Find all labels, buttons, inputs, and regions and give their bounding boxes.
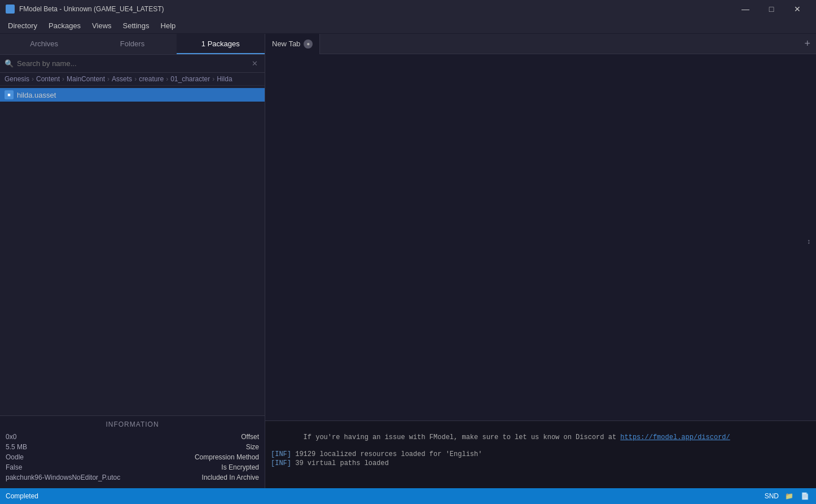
file-icon-status[interactable]: 📄 bbox=[799, 490, 810, 502]
info-title: INFORMATION bbox=[6, 420, 259, 428]
breadcrumb-item-maincontent[interactable]: MainContent bbox=[67, 75, 105, 83]
clear-search-button[interactable]: ✕ bbox=[249, 58, 260, 69]
status-text: Completed bbox=[6, 492, 765, 500]
title-bar-text: FModel Beta - Unknown (GAME_UE4_LATEST) bbox=[19, 5, 732, 13]
file-item-hilda[interactable]: ■ hilda.uasset bbox=[0, 88, 265, 102]
status-right: SND 📁 📄 bbox=[765, 490, 810, 502]
maximize-button[interactable]: □ bbox=[758, 0, 784, 18]
log-intro-line: If you're having an issue with FModel, m… bbox=[271, 426, 810, 449]
close-button[interactable]: ✕ bbox=[784, 0, 810, 18]
menu-views[interactable]: Views bbox=[86, 19, 117, 32]
info-panel: INFORMATION 0x0Offset5.5 MBSizeOodleComp… bbox=[0, 415, 265, 488]
breadcrumb-item-01_character[interactable]: 01_character bbox=[170, 75, 210, 83]
breadcrumb-item-assets[interactable]: Assets bbox=[112, 75, 132, 83]
menu-help[interactable]: Help bbox=[155, 19, 182, 32]
breadcrumb-item-genesis[interactable]: Genesis bbox=[5, 75, 29, 83]
snd-label: SND bbox=[765, 492, 779, 500]
breadcrumb-sep: › bbox=[32, 75, 34, 83]
editor-tabs: New Tab ● + bbox=[265, 34, 816, 54]
breadcrumb-item-content[interactable]: Content bbox=[36, 75, 60, 83]
breadcrumb-item-hilda[interactable]: Hilda bbox=[217, 75, 232, 83]
search-input[interactable] bbox=[17, 59, 249, 68]
info-key: Offset bbox=[241, 433, 259, 441]
tab-packages[interactable]: 1 Packages bbox=[177, 34, 265, 54]
log-line: [INF] 19129 localized resources loaded f… bbox=[271, 450, 810, 458]
left-panel: Archives Folders 1 Packages 🔍 ✕ Genesis›… bbox=[0, 34, 265, 488]
info-key: Is Encrypted bbox=[221, 463, 259, 471]
info-row: pakchunk96-WindowsNoEditor_P.utocInclude… bbox=[6, 474, 259, 481]
title-bar: FModel Beta - Unknown (GAME_UE4_LATEST) … bbox=[0, 0, 816, 18]
file-name: hilda.uasset bbox=[17, 91, 56, 99]
log-line: [INF] 39 virtual paths loaded bbox=[271, 459, 810, 467]
info-label: 5.5 MB bbox=[6, 443, 27, 451]
add-tab-button[interactable]: + bbox=[799, 34, 816, 54]
editor-content: ↕ bbox=[265, 54, 816, 420]
log-panel: If you're having an issue with FModel, m… bbox=[265, 420, 816, 488]
editor-tab-newtab[interactable]: New Tab ● bbox=[265, 34, 320, 54]
breadcrumb-sep: › bbox=[134, 75, 137, 83]
log-intro-text: If you're having an issue with FModel, m… bbox=[304, 433, 621, 441]
breadcrumb-sep: › bbox=[62, 75, 64, 83]
info-label: 0x0 bbox=[6, 433, 16, 441]
file-icon: ■ bbox=[5, 90, 14, 99]
status-bar: Completed SND 📁 📄 bbox=[0, 488, 816, 504]
file-list: ■ hilda.uasset bbox=[0, 86, 265, 415]
menu-packages[interactable]: Packages bbox=[43, 19, 86, 32]
tab-folders[interactable]: Folders bbox=[88, 34, 176, 54]
breadcrumb-item-creature[interactable]: creature bbox=[139, 75, 164, 83]
minimize-button[interactable]: — bbox=[732, 0, 758, 18]
tab-archives[interactable]: Archives bbox=[0, 34, 88, 54]
menu-settings[interactable]: Settings bbox=[117, 19, 155, 32]
app-icon bbox=[6, 5, 15, 14]
right-panel: New Tab ● + ↕ If you're having an issue … bbox=[265, 34, 816, 488]
info-key: Included In Archive bbox=[202, 474, 259, 481]
info-row: FalseIs Encrypted bbox=[6, 463, 259, 471]
breadcrumb: Genesis›Content›MainContent›Assets›creat… bbox=[0, 73, 265, 86]
editor-tab-close-button[interactable]: ● bbox=[304, 40, 313, 49]
log-discord-link[interactable]: https://fmodel.app/discord/ bbox=[620, 433, 730, 441]
editor-tab-label: New Tab bbox=[272, 40, 300, 48]
breadcrumb-sep: › bbox=[107, 75, 109, 83]
info-rows: 0x0Offset5.5 MBSizeOodleCompression Meth… bbox=[6, 433, 259, 481]
tabs-bar: Archives Folders 1 Packages bbox=[0, 34, 265, 55]
breadcrumb-sep: › bbox=[212, 75, 214, 83]
info-row: 5.5 MBSize bbox=[6, 443, 259, 451]
menu-bar: Directory Packages Views Settings Help bbox=[0, 18, 816, 34]
info-label: Oodle bbox=[6, 453, 24, 461]
folder-icon[interactable]: 📁 bbox=[783, 490, 795, 502]
info-key: Size bbox=[246, 443, 259, 451]
search-bar: 🔍 ✕ bbox=[0, 55, 265, 73]
log-lines: [INF] 19129 localized resources loaded f… bbox=[271, 450, 810, 467]
search-icon: 🔍 bbox=[5, 59, 14, 68]
cursor-indicator: ↕ bbox=[807, 238, 810, 246]
info-label: False bbox=[6, 463, 22, 471]
info-key: Compression Method bbox=[195, 453, 259, 461]
menu-directory[interactable]: Directory bbox=[2, 19, 43, 32]
main-layout: Archives Folders 1 Packages 🔍 ✕ Genesis›… bbox=[0, 34, 816, 488]
info-row: OodleCompression Method bbox=[6, 453, 259, 461]
info-label: pakchunk96-WindowsNoEditor_P.utoc bbox=[6, 474, 120, 481]
info-row: 0x0Offset bbox=[6, 433, 259, 441]
breadcrumb-sep: › bbox=[166, 75, 168, 83]
